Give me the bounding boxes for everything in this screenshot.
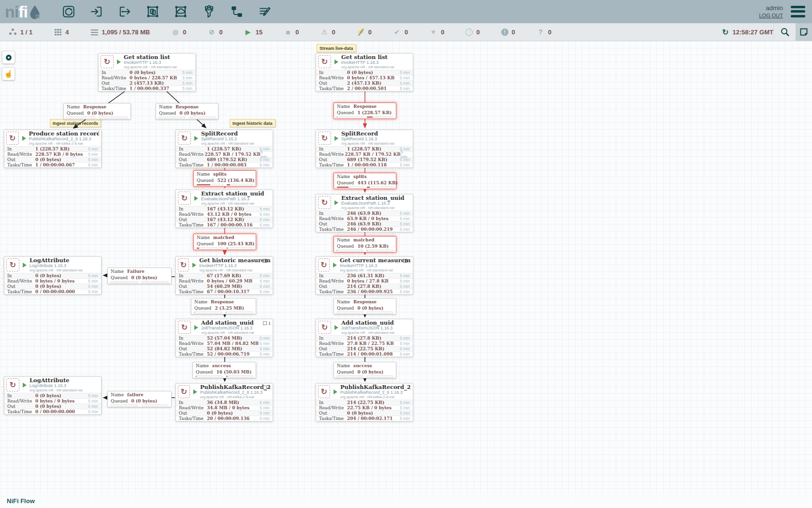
connection-queued-value: 0 (0 bytes) — [131, 399, 157, 403]
status-item: 0 — [536, 28, 551, 36]
processor[interactable]: ↻ Extract station_uuid EvaluateJsonPath … — [175, 190, 273, 228]
connection-queued-key: Queued — [337, 370, 354, 374]
running-icon — [244, 28, 252, 36]
connection-label[interactable]: Name splits Queued 522 (136.4 KB) — [193, 170, 256, 187]
stat-row-read-write: Read/Write 0 bytes / 228.57 KB 5 min — [99, 75, 195, 80]
panel-toggle-button[interactable] — [796, 23, 812, 41]
stat-row-in: In 246 (63.9 KB) 5 min — [316, 210, 413, 216]
status-item: 15 — [244, 28, 262, 36]
processor[interactable]: ↻ Get historic measurements InvokeHTTP 1… — [175, 256, 273, 295]
connection-label[interactable]: Name Response Queued 1 (228.57 KB) — [334, 103, 396, 119]
breadcrumb-root[interactable]: NiFi Flow — [7, 497, 35, 505]
connection-label[interactable]: Name Failure Queued 0 (0 bytes) — [107, 268, 172, 284]
logout-link[interactable]: LOG OUT — [759, 12, 783, 19]
connection-label[interactable]: Name matched Queued 10 (2.59 KB) — [334, 236, 396, 253]
running-status-icon — [23, 383, 27, 388]
stat-row-read-write: Read/Write 63.9 KB / 0 bytes 5 min — [316, 216, 413, 221]
connection-queued-value: 0 (0 bytes) — [179, 111, 205, 116]
processor-bundle: org.apache.nifi - nifi-standard-nar — [341, 331, 394, 335]
processor[interactable]: ↻ Get station list InvokeHTTP 1.16.3 org… — [316, 53, 413, 91]
stat-row-in: In 0 (0 bytes) 5 min — [316, 70, 413, 75]
stat-row-tasks-time: Tasks/Time 1 / 00:00:00.118 5 min — [316, 162, 413, 167]
processor-type-icon: ↻ — [6, 378, 19, 391]
processor[interactable]: ↻ Get current measurement InvokeHTTP 1.1… — [316, 256, 413, 295]
status-count: 1,095 / 53.78 MB — [102, 29, 150, 36]
label-icon[interactable] — [258, 4, 272, 19]
operate-palette-button[interactable]: ☝ — [2, 67, 15, 80]
connection-queued-key: Queued — [337, 110, 354, 115]
status-items: 1 / 1 4 1,095 / 53.78 MB 0 0 15 0 — [0, 28, 719, 36]
running-status-icon — [117, 60, 121, 64]
remote-process-group-icon[interactable] — [174, 4, 188, 19]
processor-name: LogAttribute — [29, 257, 83, 264]
connection-label[interactable]: Name matched Queued 100 (25.43 KB) — [193, 234, 256, 250]
navigate-palette-button[interactable] — [2, 51, 15, 64]
processor[interactable]: ↻ Produce station records PublishKafkaRe… — [4, 130, 102, 168]
template-icon[interactable] — [230, 4, 244, 19]
processor[interactable]: ↻ LogAttribute LogAttribute 1.16.3 org.a… — [4, 376, 102, 415]
stat-row-in: In 1 (228.57 KB) 5 min — [4, 146, 101, 151]
running-status-icon — [334, 60, 338, 64]
process-group-icon[interactable] — [145, 4, 160, 19]
connection-label[interactable]: Name Response Queued 0 (0 bytes) — [334, 298, 396, 314]
stat-row-read-write: Read/Write 0 bytes / 27.8 KB 5 min — [316, 278, 413, 284]
processor[interactable]: ↻ SplitRecord SplitRecord 1.16.3 org.apa… — [175, 130, 273, 168]
output-port-icon[interactable] — [117, 4, 132, 19]
not-transmitting-icon — [208, 28, 216, 36]
stat-row-in: In 1 (228.57 KB) 5 min — [316, 146, 413, 151]
running-status-icon — [193, 389, 197, 394]
processor-type-icon: ↻ — [178, 132, 191, 145]
stat-row-out: Out 0 (0 bytes) 5 min — [4, 403, 101, 409]
input-port-icon[interactable] — [89, 4, 104, 19]
stat-row-tasks-time: Tasks/Time 204 / 00:00:02.171 5 min — [316, 416, 413, 421]
processor-icon[interactable] — [61, 4, 76, 19]
processor[interactable]: ↻ Add station_uuid JoltTransformJSON 1.1… — [316, 319, 413, 357]
processor[interactable]: ↻ Add station_uuid JoltTransformJSON 1.1… — [175, 319, 273, 357]
processor[interactable]: ↻ Extract station_uuid EvaluateJsonPath … — [316, 194, 413, 232]
stale-icon — [465, 29, 473, 36]
flow-canvas[interactable]: Ingest station recordsIngest historic da… — [0, 41, 812, 508]
stat-row-out: Out 167 (43.12 KB) 5 min — [176, 217, 273, 222]
status-count: 1 / 1 — [20, 29, 32, 36]
connection-label[interactable]: Name failure Queued 0 (0 bytes) — [107, 391, 172, 407]
connection-label[interactable]: Name Response Queued 0 (0 bytes) — [63, 103, 131, 120]
stat-row-in: In 0 (0 bytes) 5 min — [4, 393, 101, 398]
connection-queued-value: 522 (136.4 KB) — [217, 178, 254, 183]
connection-name-key: Name — [194, 299, 207, 304]
global-menu-icon[interactable] — [791, 6, 805, 17]
status-count: 0 — [405, 29, 408, 36]
stat-row-tasks-time: Tasks/Time 67 / 00:00:10.317 5 min — [176, 289, 273, 294]
connection-name-value: failure — [127, 392, 144, 397]
processor[interactable]: ↻ Get station list InvokeHTTP 1.16.3 org… — [98, 53, 196, 91]
running-status-icon — [23, 263, 27, 268]
processor[interactable]: ↻ SplitRecord SplitRecord 1.16.3 org.apa… — [316, 130, 413, 168]
connection-label[interactable]: Name success Queued 0 (0 bytes) — [334, 362, 396, 378]
connection-label[interactable]: Name Response Queued 2 (3.25 MB) — [191, 298, 256, 314]
refresh-icon[interactable]: ↻ — [722, 28, 728, 37]
processor-name: Get historic measurements — [199, 257, 271, 264]
connection-label[interactable]: Name success Queued 16 (50.03 MB) — [192, 362, 256, 378]
processor-type-icon: ↻ — [318, 321, 331, 334]
processor[interactable]: ↻ PublishKafkaRecord_2_6 PublishKafkaRec… — [316, 383, 413, 421]
stat-row-out: Out 0 (0 bytes) 5 min — [4, 157, 101, 162]
processor-bundle: org.apache.nifi - nifi-standard-nar — [201, 331, 254, 335]
connection-name-key: Name — [337, 104, 350, 109]
queue-icon — [90, 28, 99, 36]
status-item: 0 — [171, 28, 186, 36]
connection-queued-value: 10 (2.59 KB) — [357, 244, 389, 249]
funnel-icon[interactable] — [202, 4, 216, 19]
connection-queued-value: 0 (0 bytes) — [357, 370, 383, 374]
processor-type-icon: ↻ — [318, 196, 331, 209]
connection-label[interactable]: Name splits Queued 443 (115.62 KB) — [334, 173, 396, 189]
connection-name-value: Response — [353, 104, 377, 109]
connection-label[interactable]: Name Response Queued 0 (0 bytes) — [156, 103, 218, 120]
stat-row-read-write: Read/Write 0 bytes / 0 bytes 5 min — [4, 398, 101, 403]
processor-bundle: org.apache.nifi - nifi-standard-nar — [124, 65, 177, 69]
stat-row-in: In 236 (61.31 KB) 5 min — [316, 273, 413, 278]
connection-name-key: Name — [196, 363, 209, 368]
processor-name: Extract station_uuid — [341, 195, 405, 201]
processor[interactable]: ↻ LogAttribute LogAttribute 1.16.3 org.a… — [4, 256, 102, 295]
hand-icon: ☝ — [4, 70, 13, 78]
search-button[interactable] — [773, 23, 796, 41]
processor[interactable]: ↻ PublishKafkaRecord_2_6 PublishKafkaRec… — [175, 383, 273, 421]
